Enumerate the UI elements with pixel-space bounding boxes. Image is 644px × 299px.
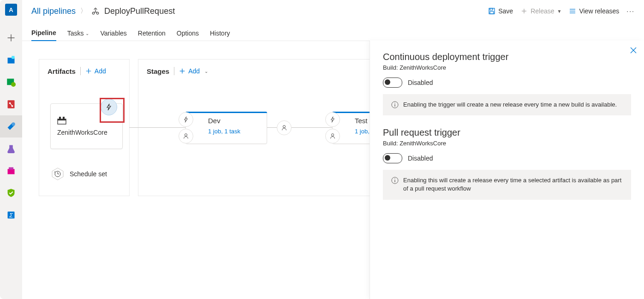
tab-bar: Pipeline Tasks⌄ Variables Retention Opti… bbox=[22, 22, 644, 41]
add-artifact-button[interactable]: Add bbox=[85, 67, 106, 75]
svg-point-47 bbox=[394, 179, 395, 179]
svg-point-5 bbox=[11, 82, 16, 87]
stage-jobs-link[interactable]: 1 job, 1 task bbox=[208, 128, 240, 135]
boards-icon[interactable] bbox=[0, 49, 22, 71]
artifacts-zone: Artifacts Add ZenithWorksCore Schedule s… bbox=[39, 59, 130, 196]
cd-trigger-title: Continuous deployment trigger bbox=[383, 52, 631, 62]
repos-icon[interactable] bbox=[0, 93, 22, 115]
schedule-row[interactable]: Schedule set bbox=[50, 167, 107, 181]
trigger-button[interactable] bbox=[101, 99, 117, 115]
tab-pipeline[interactable]: Pipeline bbox=[31, 29, 56, 41]
info-icon bbox=[391, 177, 399, 184]
chevron-down-icon: ▼ bbox=[557, 9, 562, 14]
chevron-right-icon: 〉 bbox=[80, 7, 87, 15]
header-bar: All pipelines 〉 DeployPullRequest Save R… bbox=[22, 0, 644, 22]
pre-condition-icon[interactable] bbox=[325, 112, 340, 127]
pr-build-label: Build: ZenithWorksCore bbox=[383, 140, 631, 147]
chevron-down-icon: ⌄ bbox=[204, 69, 208, 74]
svg-rect-12 bbox=[9, 167, 13, 170]
tab-history[interactable]: History bbox=[210, 30, 230, 41]
project-badge[interactable]: A bbox=[5, 4, 17, 16]
cd-toggle-state: Disabled bbox=[408, 79, 433, 86]
pr-toggle[interactable] bbox=[383, 153, 402, 163]
pr-toggle-state: Disabled bbox=[408, 155, 433, 162]
build-source-icon bbox=[57, 116, 122, 126]
artifacts-icon[interactable] bbox=[0, 160, 22, 182]
pipelines-icon[interactable] bbox=[0, 115, 22, 138]
pr-trigger-title: Pull request trigger bbox=[383, 127, 631, 138]
lightning-icon bbox=[105, 103, 113, 111]
svg-point-16 bbox=[96, 12, 99, 14]
cd-info: Enabling the trigger will create a new r… bbox=[383, 94, 631, 115]
pre-condition-icon[interactable] bbox=[179, 112, 193, 127]
schedule-label: Schedule set bbox=[70, 170, 107, 178]
pr-info: Enabling this will create a release ever… bbox=[383, 170, 631, 199]
page-title: DeployPullRequest bbox=[104, 6, 175, 16]
post-approver-icon[interactable] bbox=[277, 120, 292, 135]
cd-toggle[interactable] bbox=[383, 78, 402, 88]
approver-icon[interactable] bbox=[325, 129, 340, 144]
stage-card-dev[interactable]: Dev 1 job, 1 task bbox=[185, 112, 267, 144]
chevron-down-icon: ⌄ bbox=[85, 31, 89, 36]
svg-rect-3 bbox=[12, 56, 14, 59]
svg-point-44 bbox=[394, 103, 395, 104]
svg-rect-32 bbox=[63, 117, 65, 119]
svg-rect-31 bbox=[59, 117, 61, 119]
trigger-panel: Continuous deployment trigger Build: Zen… bbox=[370, 41, 644, 299]
svg-point-37 bbox=[185, 134, 187, 136]
breadcrumb: All pipelines 〉 DeployPullRequest bbox=[31, 6, 488, 16]
tab-retention[interactable]: Retention bbox=[138, 30, 166, 41]
nav-rail: A Σ bbox=[0, 0, 22, 299]
svg-rect-11 bbox=[8, 169, 15, 174]
release-button[interactable]: Release ▼ bbox=[520, 7, 561, 15]
connector-line bbox=[266, 127, 332, 128]
stages-title: Stages bbox=[147, 67, 169, 75]
work-icon[interactable] bbox=[0, 71, 22, 93]
compliance-icon[interactable] bbox=[0, 182, 22, 204]
tab-options[interactable]: Options bbox=[177, 30, 199, 41]
svg-text:Σ: Σ bbox=[9, 212, 13, 219]
svg-point-15 bbox=[92, 12, 95, 14]
artifacts-title: Artifacts bbox=[48, 67, 76, 75]
close-button[interactable] bbox=[630, 47, 637, 55]
add-icon[interactable] bbox=[0, 27, 22, 49]
connector-line bbox=[129, 127, 185, 128]
stage-name: Test bbox=[355, 117, 368, 125]
stage-name: Dev bbox=[208, 117, 221, 125]
save-button[interactable]: Save bbox=[488, 7, 513, 15]
more-button[interactable]: ··· bbox=[626, 7, 635, 15]
svg-point-39 bbox=[331, 134, 334, 136]
testplans-icon[interactable] bbox=[0, 138, 22, 160]
save-icon bbox=[488, 7, 495, 15]
view-releases-button[interactable]: View releases bbox=[569, 7, 619, 15]
approver-icon[interactable] bbox=[179, 129, 193, 144]
info-icon bbox=[391, 101, 399, 108]
svg-rect-30 bbox=[58, 119, 66, 120]
tab-tasks[interactable]: Tasks⌄ bbox=[67, 30, 89, 41]
list-icon bbox=[569, 7, 576, 15]
svg-rect-21 bbox=[490, 12, 494, 14]
tab-variables[interactable]: Variables bbox=[100, 30, 126, 41]
functions-icon[interactable]: Σ bbox=[0, 204, 22, 226]
svg-point-10 bbox=[12, 122, 15, 126]
add-stage-button[interactable]: Add ⌄ bbox=[179, 67, 208, 75]
pipeline-type-icon bbox=[91, 7, 100, 15]
svg-rect-20 bbox=[490, 8, 493, 10]
svg-point-38 bbox=[283, 126, 285, 128]
breadcrumb-root[interactable]: All pipelines bbox=[31, 6, 76, 16]
plus-icon bbox=[520, 7, 528, 15]
artifact-name: ZenithWorksCore bbox=[57, 129, 122, 136]
cd-build-label: Build: ZenithWorksCore bbox=[383, 64, 631, 71]
schedule-icon bbox=[50, 167, 65, 181]
